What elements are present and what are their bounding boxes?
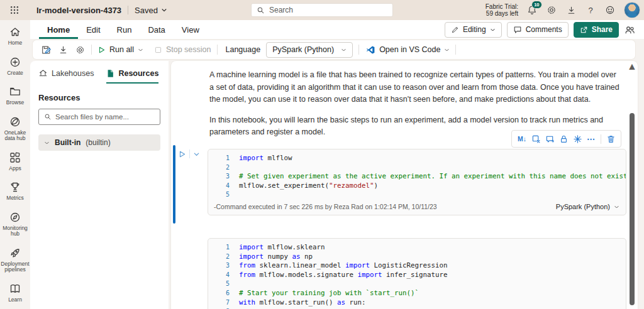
builtin-folder-row[interactable]: Built-in (builtin) <box>38 134 160 151</box>
tab-resources-label: Resources <box>118 69 158 78</box>
people-icon <box>625 24 635 35</box>
clear-outputs-icon[interactable] <box>529 132 543 146</box>
line-number: 6 <box>208 289 239 298</box>
code-text: from sklearn.linear_model import Logisti… <box>239 261 448 271</box>
trial-label: Fabric Trial: <box>486 3 518 10</box>
language-label: Language <box>226 45 261 54</box>
delete-icon[interactable] <box>604 132 618 146</box>
line-number: 1 <box>208 154 239 163</box>
global-search-input[interactable]: Search <box>251 3 393 17</box>
share-icon <box>580 26 588 34</box>
run-all-label: Run all <box>109 45 134 54</box>
trial-status: Fabric Trial: 59 days left <box>486 3 518 17</box>
scrollbar-thumb[interactable] <box>630 113 635 305</box>
code-text: import mlflow <box>239 154 292 163</box>
share-button[interactable]: Share <box>574 22 619 38</box>
notifications-button[interactable]: 10 <box>526 4 538 16</box>
tab-resources[interactable]: Resources <box>106 69 158 84</box>
tab-home[interactable]: Home <box>39 20 78 39</box>
stop-session-button[interactable]: Stop session <box>154 45 211 54</box>
rail-item-create[interactable]: Create <box>0 56 30 77</box>
code-text: from mlflow.models.signature import infe… <box>239 271 448 280</box>
ribbon-tabs: HomeEditRunDataView <box>39 20 208 39</box>
download-icon <box>567 6 576 15</box>
deployment-icon <box>9 247 21 259</box>
search-placeholder: Search <box>269 6 293 14</box>
code-cell[interactable]: 1import mlflow23# Set given experiment a… <box>208 149 626 215</box>
rail-item-learn[interactable]: Learn <box>0 283 30 303</box>
rail-item-metrics[interactable]: Metrics <box>0 181 30 202</box>
editing-mode-dropdown[interactable]: Editing <box>445 22 502 38</box>
paragraph: A machine learning model is a file that … <box>209 69 621 106</box>
account-avatar[interactable] <box>624 2 640 18</box>
toolbar-divider <box>358 45 359 55</box>
kernel-label: PySpark (Python) <box>556 203 610 210</box>
rail-item-label: Create <box>6 70 25 77</box>
rail-item-deployment-pipelines[interactable]: Deployment pipelines <box>0 247 30 273</box>
active-cell-indicator <box>173 145 175 224</box>
run-cell-button[interactable] <box>178 150 186 158</box>
run-all-button[interactable]: Run all <box>97 45 143 54</box>
document-icon <box>106 69 114 78</box>
kernel-selector[interactable]: PySpark (Python) <box>556 203 619 210</box>
code-text: # Set given experiment as the active exp… <box>239 172 626 182</box>
comments-button[interactable]: Comments <box>507 22 569 38</box>
rail-item-apps[interactable]: Apps <box>0 151 30 172</box>
help-button[interactable]: ? <box>585 4 596 16</box>
notebook-scrollbar[interactable]: ▲ <box>628 63 636 306</box>
code-line: 4from mlflow.models.signature import inf… <box>208 271 626 280</box>
freeze-icon[interactable] <box>570 132 584 146</box>
rail-item-onelake-data-hub[interactable]: OneLake data hub <box>0 116 30 142</box>
ribbon-tab-row: HomeEditRunDataView Editing Comments Sha… <box>30 20 644 39</box>
save-icon <box>41 45 52 55</box>
code-cell[interactable]: 1import mlflow.sklearn2import numpy as n… <box>208 238 626 309</box>
rail-item-monitoring-hub[interactable]: Monitoring hub <box>0 211 30 237</box>
notebook-toolbar: Run all Stop session Language PySpark (P… <box>33 40 635 59</box>
toolbar-divider <box>455 45 456 55</box>
code-editor[interactable]: 1import mlflow23# Set given experiment a… <box>208 149 626 200</box>
line-number: 3 <box>208 172 239 182</box>
settings-button[interactable] <box>546 4 557 16</box>
home-icon <box>9 26 21 38</box>
tab-edit[interactable]: Edit <box>78 20 108 39</box>
resources-heading: Resources <box>38 93 160 102</box>
language-value: PySpark (Python) <box>272 45 334 54</box>
more-icon[interactable]: ⋯ <box>584 132 598 146</box>
apps-icon <box>9 151 21 164</box>
code-line: 1import mlflow.sklearn <box>208 243 626 252</box>
collapse-cell-button[interactable] <box>193 151 200 158</box>
code-editor[interactable]: 1import mlflow.sklearn2import numpy as n… <box>208 239 626 309</box>
save-status-dropdown[interactable]: Saved <box>135 6 167 15</box>
code-line: 4mlflow.set_experiment("rezamodel") <box>208 182 626 191</box>
cell-run-controls <box>178 149 200 158</box>
tab-view[interactable]: View <box>174 20 208 39</box>
lock-icon[interactable] <box>557 132 570 146</box>
notebook-settings-button[interactable] <box>74 44 86 55</box>
manage-access-button[interactable] <box>624 24 635 35</box>
export-button[interactable] <box>565 4 577 16</box>
rail-item-label: OneLake data hub <box>0 130 30 142</box>
comment-icon[interactable] <box>543 132 557 146</box>
code-line: 7with mlflow.start_run() as run: <box>208 298 626 308</box>
tab-data[interactable]: Data <box>140 20 173 39</box>
save-button[interactable] <box>40 44 52 55</box>
feedback-button[interactable] <box>604 4 616 16</box>
file-search-input[interactable]: Search files by name... <box>38 109 160 125</box>
download-notebook-button[interactable] <box>57 44 69 55</box>
language-select[interactable]: PySpark (Python) <box>266 42 353 58</box>
code-text: mlflow.set_experiment("rezamodel") <box>239 182 378 191</box>
gear-icon <box>547 5 557 15</box>
app-launcher-button[interactable] <box>0 0 29 20</box>
open-vscode-button[interactable]: Open in VS Code <box>366 45 450 55</box>
scroll-up-arrow[interactable]: ▲ <box>628 63 636 70</box>
tab-run[interactable]: Run <box>109 20 140 39</box>
code-line: 3from sklearn.linear_model import Logist… <box>208 261 626 271</box>
code-line: 6# Start your training job with `start_r… <box>208 289 626 298</box>
editing-label: Editing <box>463 25 486 34</box>
markdown-icon[interactable]: M↓ <box>515 132 529 146</box>
execution-status: -Command executed in 7 sec 226 ms by Rez… <box>214 203 437 210</box>
rail-item-browse[interactable]: Browse <box>0 85 30 106</box>
play-icon <box>97 46 106 54</box>
tab-lakehouses[interactable]: Lakehouses <box>38 68 94 84</box>
rail-item-home[interactable]: Home <box>0 26 30 46</box>
